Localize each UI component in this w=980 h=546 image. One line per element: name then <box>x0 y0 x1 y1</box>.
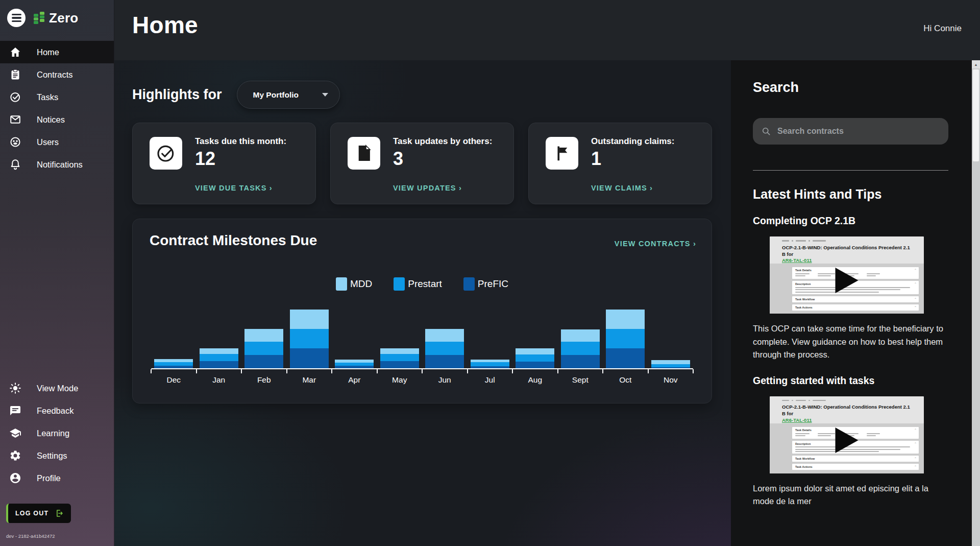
sidebar-item-label: Learning <box>37 429 69 438</box>
scrollbar-thumb[interactable] <box>973 69 979 161</box>
thumbnail-contract-link: AR6-TAL-011 <box>770 257 924 263</box>
sidebar-item-notifications[interactable]: Notifications <box>0 153 114 176</box>
bar-segment-mdd <box>200 348 238 354</box>
log-out-button[interactable]: LOG OUT <box>6 504 71 523</box>
month-label: Dec <box>151 375 197 385</box>
sidebar-item-settings[interactable]: Settings <box>0 444 114 467</box>
bar-segment-mdd <box>606 310 645 329</box>
stacked-bar <box>516 348 554 368</box>
sidebar-item-label: View Mode <box>37 384 78 393</box>
bar-segment-prestart <box>244 342 283 355</box>
legend-swatch <box>336 277 347 291</box>
sidebar-item-label: Notices <box>37 115 65 125</box>
sidebar-item-tasks[interactable]: Tasks <box>0 86 114 108</box>
check-circle-icon <box>9 91 21 103</box>
month-label: Oct <box>603 375 648 385</box>
sidebar-item-users[interactable]: Users <box>0 131 114 153</box>
stacked-bar <box>244 329 283 368</box>
stacked-bar <box>200 348 238 368</box>
bar-segment-mdd <box>561 329 600 342</box>
menu-toggle-icon[interactable] <box>7 9 26 27</box>
bar-segment-prefic <box>290 348 329 368</box>
bar-segment-prefic <box>606 348 645 368</box>
axis-tick <box>422 369 423 373</box>
hint-title: Completing OCP 2.1B <box>753 215 948 227</box>
highlight-card: Outstanding claims:1VIEW CLAIMS › <box>528 123 712 204</box>
month-label: Sept <box>558 375 603 385</box>
stacked-bar <box>606 310 645 368</box>
legend-swatch <box>394 277 405 291</box>
bar-segment-prestart <box>606 329 645 348</box>
portfolio-dropdown[interactable]: My Portfolio <box>237 81 340 109</box>
hint-title: Getting started with tasks <box>753 375 948 387</box>
search-input[interactable] <box>777 127 940 136</box>
thumbnail-section-row: Task Actions⌃ <box>792 464 919 470</box>
card-action-link[interactable]: VIEW CLAIMS › <box>591 184 653 192</box>
sidebar-item-home[interactable]: Home <box>0 41 114 63</box>
bar-segment-prestart <box>290 329 329 348</box>
search-icon <box>761 126 771 136</box>
bar-slot-jun <box>422 308 468 368</box>
axis-tick <box>286 369 287 373</box>
user-greeting: Hi Connie <box>923 23 962 34</box>
divider <box>753 170 948 171</box>
bar-segment-mdd <box>651 360 690 364</box>
play-icon <box>836 428 859 453</box>
caret-icon: ⌃ <box>914 442 917 445</box>
axis-tick <box>512 369 513 373</box>
sidebar-item-learning[interactable]: Learning <box>0 422 114 444</box>
bar-segment-prefic <box>380 361 419 368</box>
thumbnail-section-row: Task Workflow⌃ <box>792 296 919 302</box>
sidebar-footer-nav: View ModeFeedbackLearningSettingsProfile <box>0 377 114 489</box>
bar-segment-prestart <box>471 362 509 366</box>
axis-tick <box>151 369 152 373</box>
bell-icon <box>9 158 21 171</box>
sidebar-item-view-mode[interactable]: View Mode <box>0 377 114 399</box>
sidebar-item-contracts[interactable]: Contracts <box>0 63 114 86</box>
thumbnail-section-row: Task Actions⌃ <box>792 304 919 311</box>
milestones-title: Contract Milestones Due <box>150 232 317 249</box>
bar-slot-dec <box>151 308 197 368</box>
thumbnail-title: OCP-2.1-B-WIND: Operational Conditions P… <box>770 242 924 258</box>
right-panel: Search Latest Hints and Tips Completing … <box>731 60 972 546</box>
users-icon <box>9 136 21 148</box>
sidebar-item-notices[interactable]: Notices <box>0 108 114 131</box>
hint-video-thumbnail[interactable]: OCP-2.1-B-WIND: Operational Conditions P… <box>770 236 924 314</box>
scrollbar[interactable]: ▲ <box>972 60 980 546</box>
sidebar-item-label: Feedback <box>37 406 74 416</box>
milestones-panel: Contract Milestones Due VIEW CONTRACTS ›… <box>132 219 712 403</box>
month-label: Apr <box>332 375 377 385</box>
highlight-card: Task updates by others:3VIEW UPDATES › <box>330 123 514 204</box>
chat-icon <box>9 405 21 417</box>
thumbnail-section-label: Task Details <box>795 429 812 432</box>
hint-video-thumbnail[interactable]: OCP-2.1-B-WIND: Operational Conditions P… <box>770 396 924 473</box>
legend-item: PreFIC <box>463 277 508 291</box>
sidebar-item-profile[interactable]: Profile <box>0 467 114 489</box>
sidebar: Zero HomeContractsTasksNoticesUsersNotif… <box>0 0 114 546</box>
thumbnail-section-label: Task Workflow <box>795 457 815 460</box>
card-action-link[interactable]: VIEW DUE TASKS › <box>195 184 273 192</box>
sidebar-item-feedback[interactable]: Feedback <box>0 399 114 422</box>
scroll-up-arrow[interactable]: ▲ <box>972 60 980 68</box>
header: Home Hi Connie <box>114 0 980 60</box>
highlight-card: Tasks due this month:12VIEW DUE TASKS › <box>132 123 316 204</box>
legend-label: Prestart <box>408 278 442 290</box>
stacked-bar <box>471 360 509 368</box>
view-contracts-link[interactable]: VIEW CONTRACTS › <box>615 240 696 248</box>
hints-list: Completing OCP 2.1BOCP-2.1-B-WIND: Opera… <box>753 215 948 508</box>
sidebar-item-label: Profile <box>37 473 61 483</box>
card-action-link[interactable]: VIEW UPDATES › <box>393 184 462 192</box>
hint-description: This OCP can take some time for the bene… <box>753 322 949 362</box>
caret-icon: ⌃ <box>914 282 917 286</box>
thumbnail-section-label: Task Details <box>795 269 812 272</box>
thumbnail-section-label: Task Actions <box>795 465 813 468</box>
caret-icon: ⌃ <box>914 268 917 272</box>
sidebar-item-label: Contracts <box>37 70 73 80</box>
month-label: May <box>377 375 423 385</box>
stacked-bar <box>380 348 419 368</box>
brand: Zero <box>0 0 114 36</box>
sidebar-item-label: Tasks <box>37 92 58 102</box>
legend-label: MDD <box>350 278 372 290</box>
thumbnail-section-label: Task Actions <box>795 306 813 309</box>
page-title: Home <box>132 11 980 39</box>
